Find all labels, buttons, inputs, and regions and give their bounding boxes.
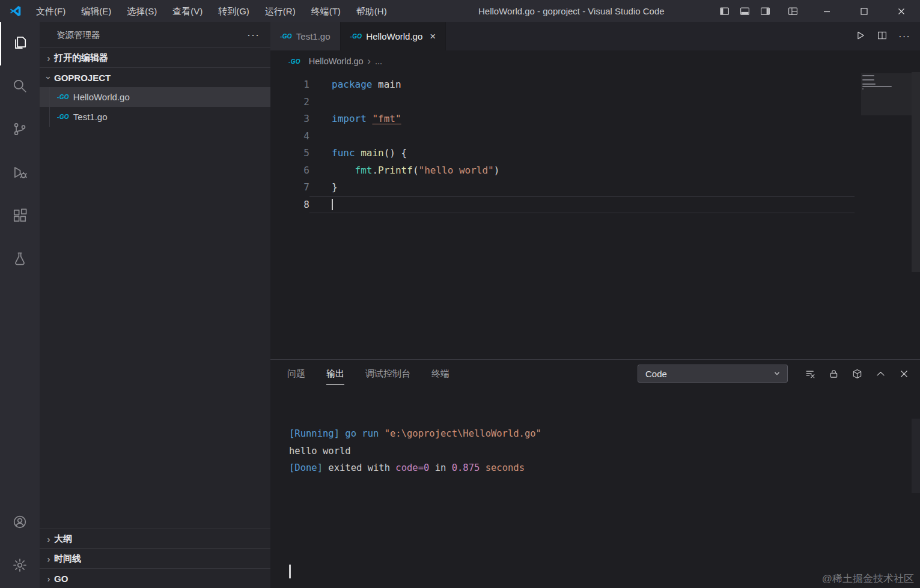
window-title: HelloWorld.go - goproject - Visual Studi…	[395, 6, 712, 16]
chevron-right-icon: ›	[43, 534, 54, 544]
sidebar-more-actions-icon[interactable]: ···	[247, 29, 260, 41]
lock-autoscroll-icon[interactable]	[827, 367, 840, 380]
open-editors-label: 打开的编辑器	[54, 52, 108, 64]
menu-run[interactable]: 运行(R)	[257, 0, 303, 22]
tab-label: HelloWorld.go	[366, 31, 422, 41]
line-number: 7	[270, 179, 309, 196]
file-name: HelloWorld.go	[73, 92, 130, 102]
section-label: 时间线	[54, 553, 81, 565]
breadcrumb-file[interactable]: HelloWorld.go	[309, 56, 364, 66]
code-text: import "fmt"	[309, 111, 855, 128]
project-section[interactable]: › GOPROJECT	[40, 67, 270, 87]
menu-help[interactable]: 帮助(H)	[349, 0, 395, 22]
code-line-1[interactable]: 1package main	[270, 76, 920, 94]
editor-scrollbar[interactable]	[912, 72, 920, 272]
clear-output-icon[interactable]	[803, 367, 817, 380]
extensions-icon	[12, 208, 28, 226]
output-channel-select[interactable]: Code	[638, 365, 788, 383]
code-line-8[interactable]: 8	[270, 196, 920, 214]
tab-close-icon[interactable]: ×	[430, 31, 436, 41]
terminal-cursor	[289, 565, 291, 578]
panel-scrollbar[interactable]	[912, 419, 920, 493]
code-line-5[interactable]: 5func main() {	[270, 145, 920, 162]
code-token: func	[332, 147, 355, 159]
breadcrumb-ellipsis[interactable]: ...	[375, 56, 382, 66]
menu-file[interactable]: 文件(F)	[28, 0, 73, 22]
code-text	[309, 94, 855, 111]
code-token: "fmt"	[372, 113, 401, 124]
panel-tab-output[interactable]: 输出	[326, 360, 344, 387]
output-token: go run	[340, 428, 385, 439]
output-token: hello world	[289, 446, 351, 456]
section-go[interactable]: ›GO	[40, 568, 270, 588]
editor-more-actions-icon[interactable]: ···	[898, 31, 910, 43]
close-button[interactable]	[883, 0, 920, 22]
tab-helloworld-go[interactable]: -GOHelloWorld.go×	[341, 22, 446, 50]
line-number: 5	[270, 145, 309, 162]
line-number: 1	[270, 76, 309, 94]
menu-terminal[interactable]: 终端(T)	[303, 0, 349, 22]
code-token: (	[413, 165, 419, 176]
activity-account[interactable]	[0, 502, 40, 545]
activity-testing[interactable]	[0, 238, 40, 282]
minimize-button[interactable]	[808, 0, 845, 22]
menu-selection[interactable]: 选择(S)	[119, 0, 165, 22]
code-text: fmt.Printf("hello world")	[309, 162, 855, 180]
activity-source-control[interactable]	[0, 109, 40, 152]
output-token: "e:\goproject\HelloWorld.go"	[385, 428, 541, 439]
code-line-2[interactable]: 2	[270, 94, 920, 111]
code-token: )	[494, 165, 500, 176]
minimap[interactable]	[862, 75, 910, 92]
code-text	[309, 196, 855, 214]
code-line-7[interactable]: 7}	[270, 179, 920, 196]
open-editors-section[interactable]: › 打开的编辑器	[40, 47, 270, 67]
split-editor-icon[interactable]	[877, 30, 888, 43]
tab-test1-go[interactable]: -GOTest1.go	[270, 22, 341, 50]
activity-search[interactable]	[0, 65, 40, 109]
code-line-3[interactable]: 3import "fmt"	[270, 111, 920, 128]
maximize-button[interactable]	[845, 0, 883, 22]
output-line-2: hello world	[289, 443, 920, 460]
activity-run-debug[interactable]	[0, 152, 40, 195]
activity-settings[interactable]	[0, 545, 40, 588]
window-controls	[808, 0, 920, 22]
breadcrumb[interactable]: -GO HelloWorld.go › ...	[270, 50, 920, 72]
minimap-slider[interactable]	[861, 73, 912, 115]
section-timeline[interactable]: ›时间线	[40, 548, 270, 568]
toggle-panel-icon[interactable]	[737, 4, 752, 19]
go-file-icon: -GO	[57, 114, 69, 120]
code-token: package	[332, 79, 372, 90]
activity-explorer[interactable]	[0, 22, 40, 65]
code-line-4[interactable]: 4	[270, 128, 920, 145]
code-editor[interactable]: 1package main23import "fmt"45func main()…	[270, 72, 920, 359]
vscode-logo-icon	[8, 4, 22, 19]
line-number: 3	[270, 111, 309, 128]
account-icon	[12, 514, 28, 532]
run-code-icon[interactable]	[855, 30, 866, 43]
file-item-test1-go[interactable]: -GOTest1.go	[40, 107, 270, 127]
go-file-icon: -GO	[350, 33, 362, 40]
section-outline[interactable]: ›大纲	[40, 529, 270, 548]
panel-tab-terminal[interactable]: 终端	[431, 360, 449, 387]
toggle-sidebar-icon[interactable]	[717, 4, 731, 19]
code-token: import	[332, 113, 367, 124]
output-content[interactable]: [Running] go run "e:\goproject\HelloWorl…	[270, 387, 920, 588]
menu-bar: 文件(F)编辑(E)选择(S)查看(V)转到(G)运行(R)终端(T)帮助(H)	[28, 0, 395, 22]
go-file-icon: -GO	[288, 58, 300, 65]
code-line-6[interactable]: 6 fmt.Printf("hello world")	[270, 162, 920, 180]
customize-layout-icon[interactable]	[785, 4, 800, 19]
go-file-icon: -GO	[57, 94, 69, 100]
output-channel-value: Code	[645, 369, 667, 379]
menu-view[interactable]: 查看(V)	[165, 0, 210, 22]
close-panel-icon[interactable]	[897, 367, 910, 380]
file-item-helloworld-go[interactable]: -GOHelloWorld.go	[40, 87, 270, 107]
menu-goto[interactable]: 转到(G)	[210, 0, 257, 22]
open-output-in-editor-icon[interactable]	[850, 367, 864, 380]
activity-extensions[interactable]	[0, 195, 40, 238]
maximize-panel-icon[interactable]	[874, 367, 887, 380]
panel-tab-problems[interactable]: 问题	[287, 360, 305, 387]
menu-edit[interactable]: 编辑(E)	[73, 0, 119, 22]
panel-tab-debug-console[interactable]: 调试控制台	[365, 360, 410, 387]
code-token	[367, 113, 373, 124]
toggle-secondary-sidebar-icon[interactable]	[758, 4, 772, 19]
